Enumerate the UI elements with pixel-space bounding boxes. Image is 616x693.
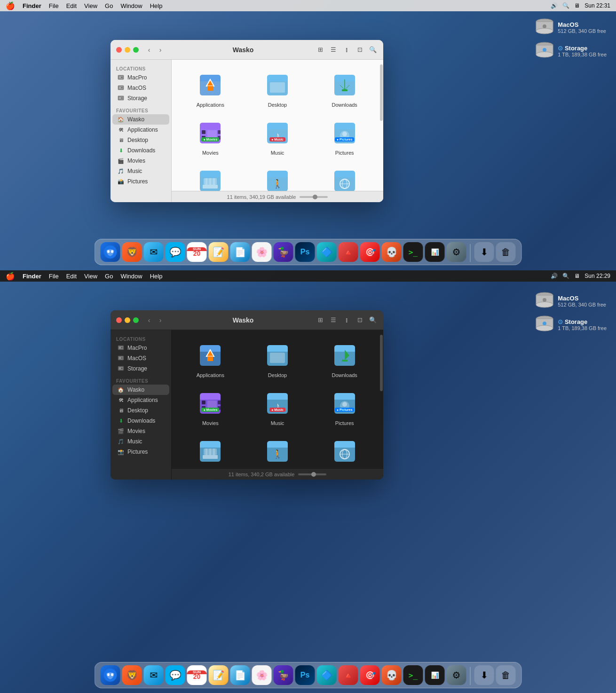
dock-app1-2[interactable]: 🔷 bbox=[317, 665, 337, 685]
file-sites-light[interactable]: Sites bbox=[313, 163, 376, 191]
sidebar-music-light[interactable]: 🎵 Music bbox=[112, 166, 169, 176]
search-button-dark[interactable]: 🔍 bbox=[368, 315, 378, 325]
sidebar-pictures-dark[interactable]: 📸 Pictures bbox=[112, 447, 169, 457]
sidebar-macpro-light[interactable]: MacPro bbox=[112, 72, 169, 83]
zoom-slider-dark[interactable] bbox=[298, 473, 326, 475]
dock-brave[interactable]: 🦁 bbox=[122, 242, 142, 262]
dock-photoshop-2[interactable]: Ps bbox=[295, 665, 315, 685]
scrollbar-light[interactable] bbox=[379, 60, 383, 191]
file-library-light[interactable]: Library bbox=[179, 163, 242, 191]
file-applications-dark[interactable]: Applications bbox=[179, 338, 242, 381]
file-public-dark[interactable]: 🚶 Public bbox=[246, 433, 309, 468]
forward-button-light[interactable]: › bbox=[156, 45, 165, 55]
view-icon-grid-dark[interactable]: ⊞ bbox=[316, 315, 325, 325]
volume-icon-top[interactable]: 🔊 bbox=[551, 2, 558, 9]
view-icon-col-dark[interactable]: ⫿ bbox=[342, 315, 351, 325]
scrollbar-dark[interactable] bbox=[379, 330, 383, 468]
dock-pages-2[interactable]: 📄 bbox=[230, 665, 250, 685]
maximize-button-dark[interactable] bbox=[133, 317, 139, 323]
file-pictures-light[interactable]: ● Pictures Pictures bbox=[313, 115, 376, 158]
menu-finder-bottom[interactable]: Finder bbox=[23, 273, 41, 280]
dock-prefs[interactable]: ⚙ bbox=[447, 242, 466, 262]
disk-storage-top[interactable]: ⊙ Storage 1 TB, 189,38 GB free bbox=[535, 41, 607, 60]
back-button-dark[interactable]: ‹ bbox=[144, 315, 154, 325]
dock-photos[interactable]: 🌸 bbox=[252, 242, 272, 262]
file-music-dark[interactable]: ♪ ● Music Music bbox=[246, 386, 309, 429]
file-movies-light[interactable]: ● Movies Movies bbox=[179, 115, 242, 158]
file-applications-light[interactable]: Applications bbox=[179, 67, 242, 110]
file-public-light[interactable]: 🚶 Public bbox=[246, 163, 309, 191]
dock-photos-2[interactable]: 🌸 bbox=[252, 665, 272, 685]
disk-macos-bottom[interactable]: MacOS 512 GB, 340 GB free bbox=[535, 291, 607, 310]
search-icon-top[interactable]: 🔍 bbox=[562, 2, 569, 9]
dock-terminal-2[interactable]: >_ bbox=[403, 665, 423, 685]
dock-finder-2[interactable] bbox=[101, 665, 120, 685]
dock-prefs-2[interactable]: ⚙ bbox=[447, 665, 466, 685]
sidebar-wasko-light[interactable]: 🏠 Wasko bbox=[112, 114, 169, 125]
disk-macos-top[interactable]: MacOS 512 GB, 340 GB free bbox=[535, 18, 607, 37]
dock-cyberduck-2[interactable]: 🦆 bbox=[274, 665, 293, 685]
dock-app3-2[interactable]: 🎯 bbox=[360, 665, 380, 685]
view-icon-list-light[interactable]: ☰ bbox=[329, 45, 338, 55]
sidebar-desktop-light[interactable]: 🖥 Desktop bbox=[112, 135, 169, 145]
sidebar-pictures-light[interactable]: 📸 Pictures bbox=[112, 176, 169, 187]
menu-window-top[interactable]: Window bbox=[120, 2, 142, 9]
dock-app3[interactable]: 🎯 bbox=[360, 242, 380, 262]
sidebar-macos-dark[interactable]: MacOS bbox=[112, 353, 169, 363]
dock-mail[interactable]: ✉ bbox=[144, 242, 164, 262]
disk-storage-bottom[interactable]: ⊙ Storage 1 TB, 189,38 GB free bbox=[535, 315, 607, 334]
file-library-dark[interactable]: Library bbox=[179, 433, 242, 468]
file-movies-dark[interactable]: ● Movies Movies bbox=[179, 386, 242, 429]
sidebar-storage-light[interactable]: Storage bbox=[112, 93, 169, 103]
sidebar-desktop-dark[interactable]: 🖥 Desktop bbox=[112, 405, 169, 416]
sidebar-applications-light[interactable]: 🛠 Applications bbox=[112, 125, 169, 135]
menu-edit-bottom[interactable]: Edit bbox=[66, 273, 77, 280]
sidebar-macpro-dark[interactable]: MacPro bbox=[112, 343, 169, 353]
view-icon-list-dark[interactable]: ☰ bbox=[329, 315, 338, 325]
dock-app2[interactable]: 🔺 bbox=[339, 242, 358, 262]
dock-pages[interactable]: 📄 bbox=[230, 242, 250, 262]
minimize-button-dark[interactable] bbox=[125, 317, 130, 323]
view-icon-gallery-light[interactable]: ⊡ bbox=[355, 45, 364, 55]
back-button-light[interactable]: ‹ bbox=[144, 45, 154, 55]
menu-go-bottom[interactable]: Go bbox=[105, 273, 113, 280]
zoom-slider-light[interactable] bbox=[300, 196, 328, 198]
sidebar-music-dark[interactable]: 🎵 Music bbox=[112, 436, 169, 447]
sidebar-wasko-dark[interactable]: 🏠 Wasko bbox=[112, 385, 169, 395]
dock-app4[interactable]: 💀 bbox=[382, 242, 402, 262]
menu-help-top[interactable]: Help bbox=[150, 2, 163, 9]
view-icon-gallery-dark[interactable]: ⊡ bbox=[355, 315, 364, 325]
dock-trash-top[interactable]: 🗑 bbox=[496, 242, 516, 262]
apple-menu-bottom[interactable]: 🍎 bbox=[6, 272, 15, 281]
search-button-light[interactable]: 🔍 bbox=[368, 45, 378, 55]
dock-activity-2[interactable]: 📊 bbox=[425, 665, 445, 685]
menu-finder-top[interactable]: Finder bbox=[23, 2, 41, 9]
dock-mail-2[interactable]: ✉ bbox=[144, 665, 164, 685]
close-button-dark[interactable] bbox=[116, 317, 122, 323]
menu-view-top[interactable]: View bbox=[84, 2, 97, 9]
file-desktop-dark[interactable]: Desktop bbox=[246, 338, 309, 381]
dock-skype-2[interactable]: 💬 bbox=[166, 665, 185, 685]
volume-icon-bottom[interactable]: 🔊 bbox=[551, 273, 558, 279]
file-sites-dark[interactable]: Sites bbox=[313, 433, 376, 468]
dock-app1[interactable]: 🔷 bbox=[317, 242, 337, 262]
dock-app4-2[interactable]: 💀 bbox=[382, 665, 402, 685]
dock-calendar[interactable]: SUN 20 bbox=[187, 242, 207, 262]
sidebar-downloads-dark[interactable]: ⬇ Downloads bbox=[112, 416, 169, 426]
search-icon-bottom[interactable]: 🔍 bbox=[562, 273, 569, 279]
view-icon-grid-light[interactable]: ⊞ bbox=[316, 45, 325, 55]
menu-go-top[interactable]: Go bbox=[105, 2, 113, 9]
menu-window-bottom[interactable]: Window bbox=[120, 273, 142, 280]
dock-downloads-top[interactable]: ⬇ bbox=[474, 242, 494, 262]
apple-menu-top[interactable]: 🍎 bbox=[6, 1, 15, 10]
menu-help-bottom[interactable]: Help bbox=[150, 273, 163, 280]
sidebar-macos-light[interactable]: MacOS bbox=[112, 83, 169, 93]
sidebar-movies-dark[interactable]: 🎬 Movies bbox=[112, 426, 169, 436]
file-downloads-light[interactable]: Downloads bbox=[313, 67, 376, 110]
menu-edit-top[interactable]: Edit bbox=[66, 2, 77, 9]
dock-notes[interactable]: 📝 bbox=[209, 242, 229, 262]
dock-activity[interactable]: 📊 bbox=[425, 242, 445, 262]
file-pictures-dark[interactable]: ● Pictures Pictures bbox=[313, 386, 376, 429]
sidebar-applications-dark[interactable]: 🛠 Applications bbox=[112, 395, 169, 405]
dock-finder[interactable] bbox=[101, 242, 120, 262]
